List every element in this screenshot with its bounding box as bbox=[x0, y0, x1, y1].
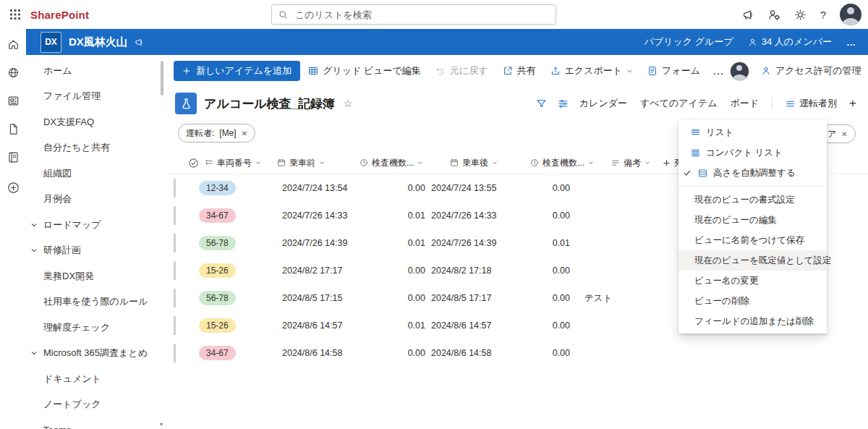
sidebar-item[interactable]: 自分たちと共有 bbox=[26, 135, 165, 161]
menu-item[interactable]: ビュー名の変更 bbox=[678, 271, 827, 291]
cell-inspection-value-2: 0.00 bbox=[505, 312, 570, 339]
vehicle-pill[interactable]: 56-78 bbox=[199, 291, 236, 305]
search-input[interactable] bbox=[294, 9, 549, 21]
undo-icon bbox=[435, 66, 446, 76]
undo-button[interactable]: 元に戻す bbox=[429, 61, 495, 81]
sidebar-item[interactable]: 業務DX開発 bbox=[26, 263, 165, 289]
help-icon[interactable]: ? bbox=[820, 9, 826, 21]
site-title[interactable]: DX風林火山 bbox=[69, 35, 127, 49]
vehicle-pill[interactable]: 15-26 bbox=[199, 263, 236, 278]
menu-item[interactable]: コンパクト リスト bbox=[678, 143, 827, 163]
menu-item[interactable]: 現在のビューの編集 bbox=[678, 210, 827, 230]
members-link[interactable]: 34 人のメンバー bbox=[748, 35, 832, 48]
column-header[interactable]: 乗車前 bbox=[277, 152, 325, 174]
app-launcher-button[interactable] bbox=[0, 0, 30, 29]
remove-filter-icon[interactable]: ✕ bbox=[242, 129, 247, 137]
cell-inspection-value-1: 0.01 bbox=[354, 202, 425, 229]
sidebar-item-label: 社用車を使う際のルール bbox=[43, 295, 148, 308]
select-all-checkbox[interactable] bbox=[184, 152, 203, 174]
menu-item-label: 現在のビューの書式設定 bbox=[694, 194, 795, 206]
sidebar-item[interactable]: ホーム bbox=[26, 58, 165, 84]
command-bar-right: アクセス許可の管理 bbox=[731, 61, 868, 81]
column-header[interactable]: 検査機数... bbox=[359, 152, 423, 174]
manage-access-button[interactable]: アクセス許可の管理 bbox=[754, 61, 868, 81]
view-tab-1[interactable]: カレンダー bbox=[579, 97, 627, 110]
vehicle-pill[interactable]: 15-26 bbox=[199, 318, 236, 333]
settings-gear-icon[interactable] bbox=[794, 9, 807, 21]
view-options-icon[interactable] bbox=[558, 98, 569, 109]
favorite-star-icon[interactable]: ☆ bbox=[344, 98, 353, 109]
cell-vehicle: 15-26 bbox=[199, 312, 280, 339]
site-more-button[interactable]: … bbox=[846, 37, 856, 48]
vehicle-pill[interactable]: 12-34 bbox=[199, 181, 236, 195]
menu-item[interactable]: フィールドの追加または削除 bbox=[678, 311, 827, 331]
menu-item[interactable]: 高さを自動調整する bbox=[678, 163, 827, 183]
app-rail bbox=[0, 29, 26, 429]
rail-item-news[interactable] bbox=[0, 87, 26, 115]
sidebar-item[interactable]: 組織図 bbox=[26, 161, 165, 187]
remove-filter-icon[interactable]: ✕ bbox=[841, 130, 847, 138]
rail-item-home[interactable] bbox=[0, 30, 26, 59]
sidebar-item[interactable]: Microsoft 365調査まとめ bbox=[26, 341, 165, 367]
menu-item[interactable]: 現在のビューの書式設定 bbox=[678, 190, 827, 210]
autofit-icon bbox=[694, 169, 710, 178]
sidebar-item[interactable]: ドキュメント bbox=[26, 366, 165, 392]
sidebar-item[interactable]: ファイル管理 bbox=[26, 84, 165, 110]
view-tab-4[interactable]: 運転者別 bbox=[786, 97, 837, 110]
list-title: アルコール検査_記録簿 bbox=[204, 95, 335, 112]
rail-item-globe[interactable] bbox=[0, 59, 26, 87]
site-logo[interactable]: DX bbox=[41, 32, 61, 53]
vehicle-pill[interactable]: 56-78 bbox=[199, 236, 236, 250]
command-bar: 新しいアイテムを追加 グリッド ビューで編集 元に戻す 共有 エクスポート bbox=[165, 55, 868, 87]
vehicle-pill[interactable]: 34-67 bbox=[199, 346, 236, 360]
cell-after-ride: 2024/7/24 13:55 bbox=[431, 174, 516, 202]
sidebar-item[interactable]: ロードマップ bbox=[26, 212, 165, 238]
column-header[interactable]: 検査機数... bbox=[530, 152, 594, 174]
filter-icon[interactable] bbox=[536, 98, 547, 109]
rail-item-notebook[interactable] bbox=[0, 143, 26, 171]
sidebar-item[interactable]: 理解度チェック bbox=[26, 315, 165, 341]
column-label: 乗車後 bbox=[462, 157, 488, 169]
new-item-button[interactable]: 新しいアイテムを追加 bbox=[174, 61, 300, 81]
sidebar-item[interactable]: 月例会 bbox=[26, 187, 165, 213]
vehicle-pill[interactable]: 34-67 bbox=[199, 208, 236, 223]
nav-scroll-down-arrow[interactable]: ▾ bbox=[158, 421, 165, 428]
sidebar-item[interactable]: DX支援FAQ bbox=[26, 109, 165, 135]
share-button[interactable]: 共有 bbox=[496, 61, 542, 81]
sidebar-item[interactable]: ノートブック bbox=[26, 392, 165, 418]
column-header[interactable]: 乗車後 bbox=[450, 152, 498, 174]
view-tab-3[interactable]: ボード bbox=[730, 97, 759, 110]
member-avatar[interactable] bbox=[731, 62, 749, 80]
commandbar-more-button[interactable]: … bbox=[708, 61, 729, 81]
app-brand[interactable]: SharePoint bbox=[30, 9, 89, 21]
menu-item[interactable]: 現在のビューを既定値として設定 bbox=[678, 250, 827, 271]
sidebar-item-label: 自分たちと共有 bbox=[43, 141, 110, 154]
form-button[interactable]: フォーム bbox=[641, 61, 707, 81]
column-header[interactable]: 車両番号 bbox=[205, 152, 261, 174]
column-header[interactable]: 備考 bbox=[611, 152, 650, 174]
sidebar-item[interactable]: Teams bbox=[26, 417, 165, 429]
sidebar-item[interactable]: 社用車を使う際のルール bbox=[26, 289, 165, 315]
cell-note bbox=[584, 174, 671, 202]
menu-item[interactable]: ビューに名前をつけて保存 bbox=[678, 230, 827, 250]
cell-after-ride: 2024/7/26 14:39 bbox=[431, 229, 516, 257]
rail-item-documents[interactable] bbox=[0, 115, 26, 143]
nav-scrollbar[interactable] bbox=[161, 61, 163, 95]
admin-settings-icon[interactable] bbox=[768, 9, 780, 21]
rail-item-add-circle[interactable] bbox=[0, 174, 26, 202]
sidebar-item-label: 業務DX開発 bbox=[43, 270, 94, 283]
menu-item[interactable]: ビューの削除 bbox=[678, 291, 827, 311]
filter-pill[interactable]: 運転者: [Me] ✕ bbox=[178, 124, 255, 143]
search-box[interactable] bbox=[271, 4, 556, 25]
sidebar-item[interactable]: 研修計画 bbox=[26, 238, 165, 264]
menu-item-label: ビューの削除 bbox=[694, 295, 749, 307]
list-row[interactable]: 34-672024/8/6 14:580.002024/8/6 14:580.0… bbox=[165, 339, 868, 367]
menu-item[interactable]: リスト bbox=[678, 122, 827, 143]
announcement-icon[interactable] bbox=[742, 9, 754, 21]
add-view-button[interactable]: + bbox=[848, 96, 858, 111]
export-button[interactable]: エクスポート bbox=[544, 61, 640, 81]
account-avatar[interactable] bbox=[840, 4, 861, 25]
view-tab-2[interactable]: すべてのアイテム bbox=[640, 97, 717, 110]
menu-item-label: 現在のビューの編集 bbox=[694, 214, 777, 226]
edit-grid-view-button[interactable]: グリッド ビューで編集 bbox=[302, 61, 427, 81]
